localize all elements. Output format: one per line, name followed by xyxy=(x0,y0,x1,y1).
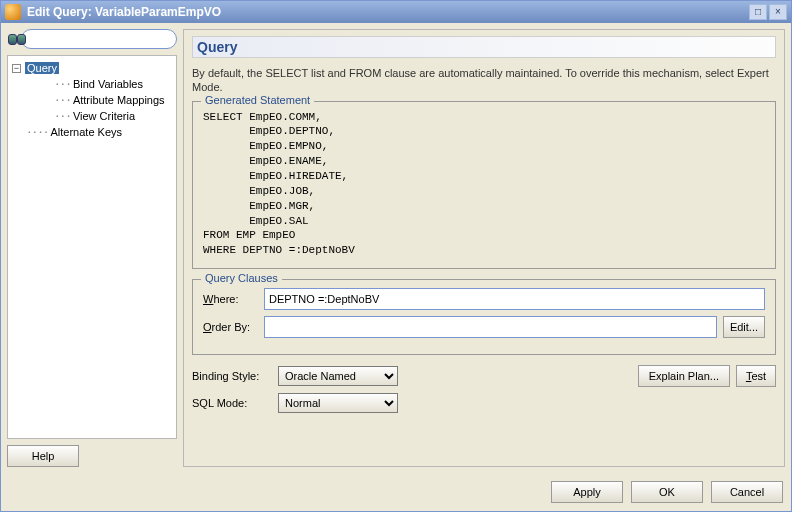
tree-label: View Criteria xyxy=(73,110,135,122)
description-text: By default, the SELECT list and FROM cla… xyxy=(192,66,776,95)
tree-branch-icon: ··· xyxy=(54,110,71,123)
window-title: Edit Query: VariableParamEmpVO xyxy=(27,5,747,19)
tree-label: Alternate Keys xyxy=(51,126,123,138)
binding-style-select[interactable]: Oracle Named xyxy=(278,366,398,386)
collapse-icon[interactable]: − xyxy=(12,64,21,73)
help-button[interactable]: Help xyxy=(7,445,79,467)
titlebar: Edit Query: VariableParamEmpVO □ × xyxy=(1,1,791,23)
tree-item-view-criteria[interactable]: ··· View Criteria xyxy=(12,108,172,124)
binoculars-icon xyxy=(7,31,17,47)
tree-branch-icon: ···· xyxy=(26,126,49,139)
edit-orderby-button[interactable]: Edit... xyxy=(723,316,765,338)
tree-label: Query xyxy=(25,62,59,74)
page-title: Query xyxy=(192,36,776,58)
search-input[interactable] xyxy=(21,29,177,49)
nav-tree: − Query ··· Bind Variables ··· Attribute… xyxy=(7,55,177,439)
where-label: Where: xyxy=(203,293,258,305)
tree-item-attribute-mappings[interactable]: ··· Attribute Mappings xyxy=(12,92,172,108)
generated-statement-legend: Generated Statement xyxy=(201,94,314,106)
tree-item-query[interactable]: − Query xyxy=(12,60,172,76)
edit-query-dialog: Edit Query: VariableParamEmpVO □ × − Que… xyxy=(0,0,792,512)
query-clauses-legend: Query Clauses xyxy=(201,272,282,284)
dialog-footer: Apply OK Cancel xyxy=(1,473,791,511)
tree-label: Bind Variables xyxy=(73,78,143,90)
ok-button[interactable]: OK xyxy=(631,481,703,503)
binding-style-label: Binding Style: xyxy=(192,370,272,382)
tree-label: Attribute Mappings xyxy=(73,94,165,106)
apply-button[interactable]: Apply xyxy=(551,481,623,503)
tree-item-alternate-keys[interactable]: ···· Alternate Keys xyxy=(12,124,172,140)
generated-statement-group: Generated Statement SELECT EmpEO.COMM, E… xyxy=(192,101,776,269)
orderby-input[interactable] xyxy=(264,316,717,338)
app-icon xyxy=(5,4,21,20)
tree-branch-icon: ··· xyxy=(54,94,71,107)
close-button[interactable]: × xyxy=(769,4,787,20)
query-clauses-group: Query Clauses Where: Order By: Edit... xyxy=(192,279,776,355)
where-input[interactable] xyxy=(264,288,765,310)
sql-mode-label: SQL Mode: xyxy=(192,397,272,409)
tree-item-bind-variables[interactable]: ··· Bind Variables xyxy=(12,76,172,92)
orderby-label: Order By: xyxy=(203,321,258,333)
explain-plan-button[interactable]: Explain Plan... xyxy=(638,365,730,387)
cancel-button[interactable]: Cancel xyxy=(711,481,783,503)
maximize-button[interactable]: □ xyxy=(749,4,767,20)
test-button[interactable]: Test xyxy=(736,365,776,387)
tree-branch-icon: ··· xyxy=(54,78,71,91)
sql-mode-select[interactable]: Normal xyxy=(278,393,398,413)
generated-sql: SELECT EmpEO.COMM, EmpEO.DEPTNO, EmpEO.E… xyxy=(203,110,765,258)
